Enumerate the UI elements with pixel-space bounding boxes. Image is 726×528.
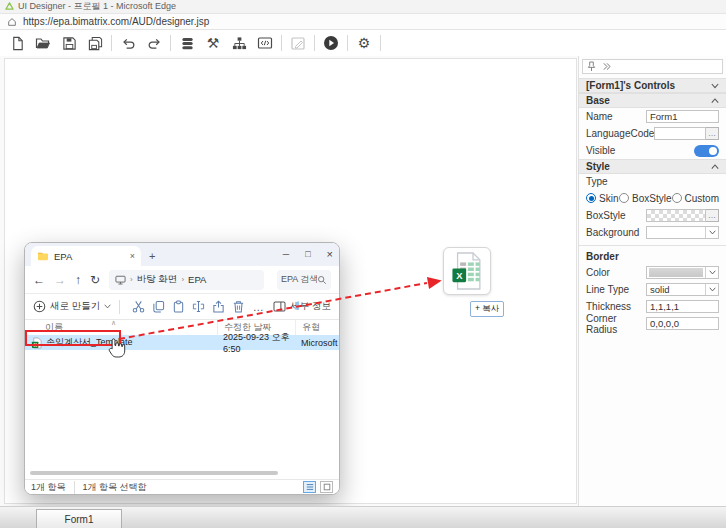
horizontal-scrollbar[interactable]	[30, 471, 278, 475]
cut-icon	[132, 300, 145, 313]
line-type-select[interactable]: solid	[646, 283, 719, 296]
back-button[interactable]: ←	[33, 273, 45, 287]
chevron-up-icon	[711, 98, 719, 104]
minimize-button[interactable]: ─	[283, 249, 289, 259]
delete-button[interactable]	[228, 300, 248, 313]
breadcrumb-epa[interactable]: EPA	[188, 274, 206, 285]
edit-button-disabled[interactable]	[285, 33, 311, 53]
hierarchy-button[interactable]	[226, 33, 252, 53]
details-pane-label: 세부 정보	[290, 300, 331, 313]
new-tab-button[interactable]: +	[149, 246, 155, 266]
share-button[interactable]	[208, 300, 228, 313]
rename-button[interactable]	[188, 300, 208, 313]
copy-button[interactable]	[148, 300, 168, 313]
tools-button[interactable]: ⚒	[200, 33, 226, 53]
visible-toggle[interactable]	[694, 145, 719, 157]
refresh-button[interactable]: ↻	[90, 273, 100, 287]
search-icon	[317, 275, 327, 285]
column-type[interactable]: 유형	[295, 320, 339, 335]
open-button[interactable]	[30, 33, 56, 53]
address-bar[interactable]: › 바탕 화면 › EPA	[109, 270, 264, 290]
new-document-icon	[10, 36, 25, 51]
boxstyle-more-button[interactable]: …	[706, 209, 719, 222]
excel-file-icon: X	[449, 251, 485, 291]
save-all-button[interactable]	[82, 33, 108, 53]
thickness-input[interactable]: 1,1,1,1	[646, 300, 719, 313]
more-options-button[interactable]: …	[248, 301, 268, 313]
corner-radius-input[interactable]: 0,0,0,0	[646, 317, 719, 330]
border-color-select[interactable]	[646, 266, 719, 279]
radio-boxstyle[interactable]: BoxStyle	[619, 193, 671, 204]
explorer-command-bar: 새로 만들기	[25, 294, 339, 320]
excel-control-dropped[interactable]: X	[443, 247, 491, 295]
breadcrumb-desktop[interactable]: 바탕 화면	[137, 273, 178, 286]
radio-skin[interactable]: Skin	[586, 193, 619, 204]
controls-header[interactable]: [Form1]'s Controls	[579, 78, 726, 93]
details-pane-button[interactable]: 세부 정보	[273, 300, 331, 313]
explorer-status-bar: 1개 항목 1개 항목 선택함	[25, 479, 339, 494]
sitemap-icon	[232, 36, 247, 51]
column-modified[interactable]: 수정한 날짜	[217, 320, 295, 335]
collapse-panel-icon[interactable]	[602, 62, 611, 71]
panel-mini-toolbar	[582, 59, 723, 74]
visible-row: Visible	[579, 142, 726, 159]
share-icon	[212, 300, 225, 313]
icons-view-button[interactable]	[320, 481, 333, 493]
settings-button[interactable]: ⚙	[351, 33, 377, 53]
explorer-navbar: ← → ↑ ↻ › 바탕 화면 › EPA EPA 검색	[25, 266, 339, 294]
sort-ascending-icon: ∧	[111, 319, 116, 327]
radio-skin-circle	[586, 193, 596, 203]
languagecode-input[interactable]	[654, 127, 706, 140]
maximize-button[interactable]: □	[305, 249, 310, 259]
paste-button[interactable]	[168, 300, 188, 313]
forward-button[interactable]: →	[54, 273, 66, 287]
section-base[interactable]: Base	[579, 93, 726, 108]
tab-close-icon[interactable]: ×	[130, 251, 135, 261]
redo-icon	[147, 36, 162, 51]
save-all-icon	[88, 36, 103, 51]
boxstyle-swatch[interactable]	[646, 209, 706, 222]
border-color-row: Color	[579, 264, 726, 281]
close-button[interactable]: ×	[327, 248, 333, 260]
base-section-label: Base	[586, 95, 610, 106]
save-button[interactable]	[56, 33, 82, 53]
file-row-selected[interactable]: X 손익계산서_Template 2025-09-23 오후 6:50 Micr…	[25, 335, 339, 350]
script-button[interactable]	[252, 33, 278, 53]
new-item-button[interactable]: 새로 만들기	[33, 300, 111, 313]
radio-custom-circle	[672, 193, 682, 203]
up-button[interactable]: ↑	[75, 273, 81, 287]
background-select[interactable]	[646, 226, 719, 239]
controls-header-label: [Form1]'s Controls	[586, 80, 675, 91]
item-count: 1개 항목	[31, 481, 66, 494]
large-icons-view-icon	[323, 483, 331, 491]
border-color-swatch	[649, 268, 703, 277]
explorer-tab-epa[interactable]: EPA ×	[31, 246, 141, 266]
boxstyle-label: BoxStyle	[586, 210, 646, 221]
section-style[interactable]: Style	[579, 159, 726, 174]
chevron-down-icon	[709, 287, 716, 292]
run-button[interactable]	[318, 33, 344, 53]
line-type-value: solid	[647, 284, 705, 295]
languagecode-more-button[interactable]: …	[706, 127, 719, 140]
browser-urlbar[interactable]: https://epa.bimatrix.com/AUD/designer.js…	[0, 14, 726, 30]
folder-icon	[37, 251, 49, 261]
column-name[interactable]: 이름	[25, 321, 217, 334]
search-box[interactable]: EPA 검색	[277, 270, 331, 290]
cut-button[interactable]	[128, 300, 148, 313]
radio-custom[interactable]: Custom	[672, 193, 719, 204]
toolbar-separator	[314, 35, 315, 51]
form1-tab[interactable]: Form1	[36, 509, 122, 528]
toolbar-separator	[111, 35, 112, 51]
site-favicon	[5, 2, 14, 11]
redo-button[interactable]	[141, 33, 167, 53]
name-input[interactable]: Form1	[646, 110, 719, 123]
new-document-button[interactable]	[4, 33, 30, 53]
pin-icon[interactable]	[587, 61, 596, 72]
play-icon	[323, 35, 339, 51]
details-view-button[interactable]	[303, 481, 316, 493]
undo-button[interactable]	[115, 33, 141, 53]
new-item-label: 새로 만들기	[50, 300, 100, 313]
name-row: Name Form1	[579, 108, 726, 125]
window-title: UI Designer - 프로필 1 - Microsoft Edge	[18, 0, 176, 13]
database-button[interactable]	[174, 33, 200, 53]
